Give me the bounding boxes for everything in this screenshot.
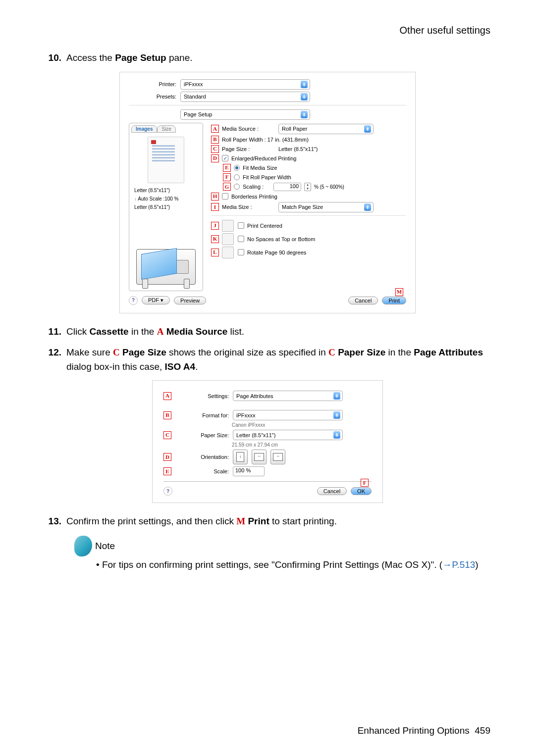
ref-i-icon: I (211, 203, 219, 211)
media-size-label: Media Size : (222, 204, 275, 210)
step-10: 10.Access the Page Setup pane. (45, 51, 490, 65)
page-footer: Enhanced Printing Options 459 (358, 725, 490, 736)
format-select[interactable]: iPFxxxx (233, 410, 343, 420)
tab-size[interactable]: Size (157, 125, 175, 133)
step-number: 11. (45, 325, 61, 339)
ref-j-icon: J (211, 222, 219, 230)
chevron-updown-icon (301, 111, 308, 118)
dropdown-value: Page Attributes (236, 393, 333, 399)
media-size-select[interactable]: Match Page Size (278, 202, 374, 212)
scale-input[interactable]: 100 % (233, 466, 265, 476)
no-spaces-icon (222, 233, 234, 245)
orient-portrait-button[interactable]: ↕ (233, 450, 248, 464)
bold: Page Attributes (414, 347, 483, 357)
page-setup-dialog: Printer: iPFxxxx Presets: Standard Page … (120, 72, 415, 313)
ref-b-icon: B (211, 136, 219, 144)
cancel-button[interactable]: Cancel (317, 487, 347, 495)
text: list. (227, 326, 244, 337)
chevron-updown-icon (301, 93, 308, 101)
settings-label: Settings: (175, 393, 229, 399)
text: dialog box-in this case, (66, 361, 165, 372)
note-text-2: ) (475, 559, 478, 570)
step-11: 11.Click Cassette in the A Media Source … (45, 325, 490, 339)
page-attributes-dialog: A Settings: Page Attributes B Format for… (153, 381, 382, 503)
orient-landscape-right-button[interactable]: ↔ (270, 450, 285, 464)
step-number: 12. (45, 346, 61, 360)
ref-c-icon: C (211, 145, 219, 153)
preview-info-3: Letter (8.5"x11") (134, 204, 198, 210)
step-number: 13. (45, 514, 61, 529)
ref-e-icon: E (163, 467, 171, 475)
text: to start printing. (269, 516, 337, 526)
borderless-checkbox[interactable] (222, 193, 228, 200)
bold: Print (248, 516, 269, 526)
page-size-label: Page Size : (222, 146, 275, 152)
rotate-icon (222, 247, 234, 258)
presets-label: Presets: (129, 94, 176, 100)
note-link[interactable]: →P.513 (442, 559, 475, 570)
note-label: Note (95, 541, 115, 552)
printer-illustration-icon (131, 229, 201, 289)
paper-select[interactable]: Letter (8.5"x11") (233, 430, 343, 440)
dropdown-value: Letter (8.5"x11") (236, 432, 333, 438)
fit-roll-radio[interactable] (234, 174, 240, 180)
settings-select[interactable]: Page Attributes (233, 391, 343, 401)
format-label: Format for: (175, 412, 229, 418)
help-button[interactable]: ? (163, 487, 172, 496)
fit-media-radio[interactable] (234, 165, 240, 171)
orient-landscape-left-button[interactable]: ↔ (252, 450, 267, 464)
print-centered-label: Print Centered (247, 223, 282, 229)
footer-section: Enhanced Printing Options (358, 725, 470, 736)
scaling-input[interactable]: 100 (273, 183, 301, 191)
presets-select[interactable]: Standard (180, 92, 310, 102)
scaling-radio[interactable] (234, 184, 240, 190)
ref-a: A (157, 326, 164, 337)
orient-label: Orientation: (175, 454, 229, 460)
printer-select[interactable]: iPFxxxx (180, 79, 310, 90)
scale-label: Scale: (175, 468, 229, 474)
media-source-label: Media Source : (222, 126, 275, 132)
page-header: Other useful settings (45, 25, 490, 36)
ref-c: C (113, 347, 120, 357)
ref-d-icon: D (211, 154, 219, 162)
text: . (195, 361, 198, 372)
no-spaces-label: No Spaces at Top or Bottom (247, 236, 315, 242)
no-spaces-checkbox[interactable] (238, 236, 244, 242)
dropdown-value: iPFxxxx (184, 81, 301, 87)
print-button[interactable]: Print (382, 297, 406, 304)
enlarged-checkbox[interactable]: ✓ (222, 155, 228, 161)
chevron-updown-icon (301, 81, 308, 88)
ref-m-icon: M (395, 288, 403, 296)
media-source-select[interactable]: Roll Paper (278, 124, 374, 134)
print-centered-checkbox[interactable] (238, 222, 244, 229)
cancel-button[interactable]: Cancel (348, 297, 378, 304)
chevron-updown-icon (364, 203, 371, 211)
ref-a-icon: A (163, 392, 171, 400)
pdf-button[interactable]: PDF ▾ (142, 296, 170, 304)
preview-panel: Images Size Letter (8.5"x11") ↓ Auto Sca… (129, 123, 203, 291)
enlarged-label: Enlarged/Reduced Printing (231, 155, 296, 161)
preview-info-2: ↓ Auto Scale :100 % (134, 196, 198, 202)
bold: Page Setup (115, 52, 166, 63)
page-size-value: Letter (8.5"x11") (278, 146, 318, 152)
rotate-label: Rotate Page 90 degrees (247, 250, 306, 255)
ref-f-icon: F (223, 173, 231, 181)
ref-g-icon: G (223, 183, 231, 191)
ref-c-icon: C (163, 431, 171, 439)
help-button[interactable]: ? (129, 296, 138, 305)
scaling-stepper[interactable]: ▲▼ (304, 183, 311, 191)
chevron-updown-icon (333, 411, 340, 419)
note-bullet: • For tips on confirming print settings,… (89, 559, 490, 570)
dropdown-value: Match Page Size (282, 204, 364, 210)
preview-button[interactable]: Preview (174, 297, 206, 304)
bold: Paper Size (338, 347, 385, 357)
bold: Cassette (89, 326, 128, 337)
ref-b-icon: B (163, 411, 171, 419)
fit-media-label: Fit Media Size (243, 165, 277, 171)
format-subtext: Canon iPFxxxx (232, 422, 372, 428)
pane-select[interactable]: Page Setup (180, 109, 310, 120)
rotate-checkbox[interactable] (238, 249, 244, 255)
ok-button[interactable]: OK (351, 487, 372, 495)
tab-images[interactable]: Images (131, 125, 157, 133)
step-number: 10. (45, 51, 61, 65)
